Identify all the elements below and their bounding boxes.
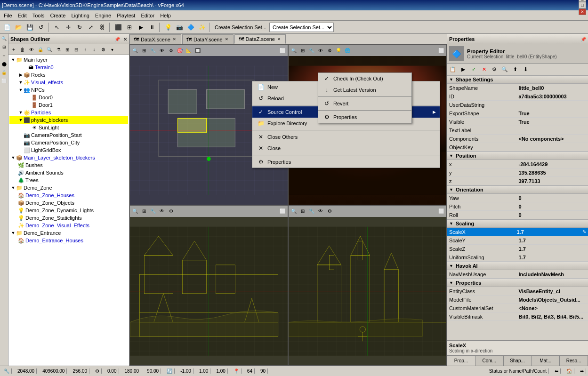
pb-tab-shap[interactable]: Shap... (504, 356, 532, 366)
pb-tab-reso[interactable]: Reso... (560, 356, 588, 366)
ctx-sub-properties[interactable]: ⚙ Properties (318, 112, 411, 123)
vp-bl-btn5[interactable]: ⚙ (167, 207, 175, 216)
toggle-cam-start[interactable] (18, 132, 24, 138)
vp-tl-btn5[interactable]: ⚙ (167, 46, 175, 55)
sb-icon-4[interactable]: 📍 (232, 368, 242, 374)
tb-camera[interactable]: 📷 (174, 22, 185, 32)
viewport-bottom-left[interactable]: 🔍 ⊞ 🔧 👁 ⚙ ⬜ (129, 205, 288, 366)
pe-row-navmeshusage[interactable]: NavMeshUsage IncludeInNavMesh (447, 270, 588, 279)
pe-row-textlabel[interactable]: TextLabel (447, 126, 588, 135)
pe-row-objectkey[interactable]: ObjectKey (447, 143, 588, 152)
toggle-sunlight[interactable] (25, 125, 31, 130)
tree-item-skeleton[interactable]: ▼ 📦 Main_Layer_skeleton_blockers (9, 154, 128, 161)
toggle-door1[interactable] (25, 102, 31, 108)
otb-lock[interactable]: 🔒 (36, 45, 45, 54)
vp-tr-btn5[interactable]: ⚙ (325, 46, 334, 55)
vp-br-maximize[interactable]: ⬜ (437, 207, 445, 216)
tab-close-datay[interactable]: ✕ (225, 37, 229, 42)
section-scaling-header[interactable]: ▼ Scaling (447, 219, 588, 228)
toggle-npcs[interactable]: ▼ (18, 87, 24, 93)
pe-row-pitch[interactable]: Pitch 0 (447, 202, 588, 211)
vp-bl-btn1[interactable]: 🔍 (131, 207, 139, 216)
vp-bl-btn2[interactable]: ⊞ (140, 207, 148, 216)
tb-pause[interactable]: ⏸ (147, 22, 157, 32)
tb-entity[interactable]: 🔷 (185, 22, 196, 32)
tree-item-lightgridbox[interactable]: ⬜ LightGridBox (9, 146, 128, 154)
section-orientation-header[interactable]: ▼ Orientation (447, 185, 588, 194)
menu-create[interactable]: Create (47, 12, 68, 19)
vp-tr-btn1[interactable]: 🔍 (290, 46, 298, 55)
vp-br-btn5[interactable]: ⚙ (325, 207, 334, 216)
vp-bl-btn4[interactable]: 👁 (158, 207, 166, 216)
pb-tab-prop[interactable]: Prop... (447, 356, 475, 366)
pe-btn-6[interactable]: 🔍 (500, 64, 509, 74)
tree-item-physic-blockers[interactable]: ▼ ⬛ physic_blockers (9, 116, 128, 124)
scale-edit-icon[interactable]: ✎ (582, 229, 586, 234)
otb-add[interactable]: + (9, 45, 18, 54)
tb-save[interactable]: 💾 (24, 22, 35, 32)
tb-link[interactable]: ⛓ (97, 22, 107, 32)
vp-tl-btn8[interactable]: 🔲 (193, 46, 202, 55)
tb-scale[interactable]: ⤢ (86, 22, 96, 32)
left-icon-4[interactable]: ⬤ (0, 60, 8, 68)
pe-btn-cancel[interactable]: ✕ (479, 64, 489, 74)
tree-item-door1[interactable]: 🚪 Door1 (9, 101, 128, 109)
vp-br-btn1[interactable]: 🔍 (290, 207, 298, 216)
tb-play[interactable]: ▶ (136, 22, 146, 32)
otb-eye[interactable]: 👁 (27, 45, 36, 54)
toggle-rocks[interactable]: ▶ (18, 72, 24, 78)
tree-item-demo-zone-houses[interactable]: 🏠 Demo_Zone_Houses (9, 192, 128, 199)
section-position-header[interactable]: ▼ Position (447, 152, 588, 160)
maximize-button[interactable]: □ (579, 2, 586, 8)
pe-row-yaw[interactable]: Yaw 0 (447, 194, 588, 202)
sb-nav-icon-2[interactable]: 🏠 (564, 368, 574, 374)
vp-tl-btn7[interactable]: 📐 (185, 46, 193, 55)
sb-nav-icon-1[interactable]: ⬅ (553, 368, 561, 374)
otb-collapse[interactable]: ⊟ (72, 45, 81, 54)
otb-settings[interactable]: ⚙ (99, 45, 107, 54)
tree-item-demo-zone-objects[interactable]: 📦 Demo_Zone_Objects (9, 199, 128, 207)
outliner-close-icon[interactable]: ✕ (123, 37, 127, 42)
toggle-main-layer[interactable]: ▼ (10, 57, 16, 63)
create-selection-dropdown[interactable]: Create Selection Set... (269, 23, 334, 32)
toggle-door0[interactable] (25, 95, 31, 100)
vp-tr-btn4[interactable]: 👁 (316, 46, 325, 55)
pe-btn-ok[interactable]: ✓ (469, 64, 478, 74)
pe-row-components[interactable]: Components <No components> (447, 135, 588, 143)
tree-item-main-layer[interactable]: ▼ 📁 Main layer (9, 56, 128, 64)
pe-row-scalex[interactable]: ScaleX 1.7 ✎ (447, 228, 588, 236)
otb-up[interactable]: ↑ (81, 45, 89, 54)
tree-item-demo-entrance-houses[interactable]: 🏠 Demo_Entrance_Houses (9, 237, 128, 244)
ctx-close-others[interactable]: ✕ Close Others (252, 131, 440, 143)
left-icon-6[interactable]: ⬜ (0, 77, 8, 85)
tree-item-demo-zone-staticlights[interactable]: 💡 Demo_Zone_Staticlights (9, 214, 128, 222)
otb-expand[interactable]: ⊞ (63, 45, 72, 54)
pe-btn-5[interactable]: ⚙ (490, 64, 499, 74)
tree-item-ambient-sounds[interactable]: 🔊 Ambient Sounds (9, 169, 128, 176)
tree-item-cam-start[interactable]: 📷 CameraPosition_Start (9, 131, 128, 139)
menu-lighting[interactable]: Lighting (68, 12, 92, 19)
ctx-checkin[interactable]: ✓ Check In (Check Out) (318, 73, 411, 84)
props-pin[interactable]: 📌 (580, 37, 586, 42)
vp-tl-btn2[interactable]: ⊞ (140, 46, 148, 55)
otb-search[interactable]: 🔍 (45, 45, 54, 54)
pe-row-x[interactable]: x -284.164429 (447, 160, 588, 168)
vp-tl-btn4[interactable]: 👁 (158, 46, 166, 55)
pe-row-visible[interactable]: Visible True (447, 118, 588, 126)
tree-item-rocks[interactable]: ▶ 📦 Rocks (9, 71, 128, 79)
vp-br-btn4[interactable]: 👁 (316, 207, 325, 216)
tab-datay[interactable]: 🗺 DataY.scene ✕ (182, 34, 234, 44)
ctx-latest[interactable]: ↓ Get Latest Version (318, 84, 411, 96)
tab-close-datax[interactable]: ✕ (172, 37, 177, 42)
pe-btn-7[interactable]: ⬆ (510, 64, 520, 74)
pe-row-userdatastring[interactable]: UserDataString (447, 101, 588, 109)
menu-edit[interactable]: Edit (15, 12, 30, 19)
section-havok-ai-header[interactable]: ▼ Havok AI (447, 262, 588, 270)
tb-particle[interactable]: ✨ (197, 22, 207, 32)
pe-row-custommaterialset[interactable]: CustomMaterialSet <None> (447, 304, 588, 312)
outliner-pin[interactable]: 📌 (114, 37, 120, 42)
pb-tab-com[interactable]: Com... (475, 356, 504, 366)
menu-engine[interactable]: Engine (92, 12, 114, 19)
pe-row-roll[interactable]: Roll 0 (447, 211, 588, 219)
menu-playtest[interactable]: Playtest (114, 12, 138, 19)
